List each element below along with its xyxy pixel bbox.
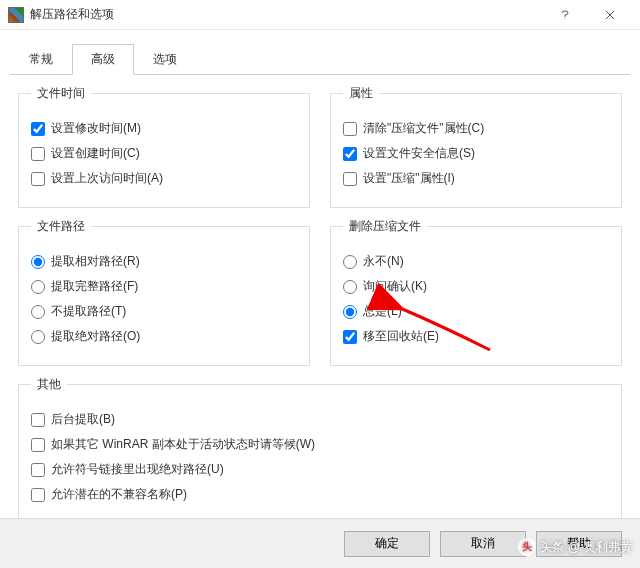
checkbox-wait-other[interactable]	[31, 438, 45, 452]
label-set-compressed-attr: 设置"压缩"属性(I)	[363, 170, 455, 187]
tab-general[interactable]: 常规	[10, 44, 72, 75]
app-icon	[8, 7, 24, 23]
label-wait-other: 如果其它 WinRAR 副本处于活动状态时请等候(W)	[51, 436, 315, 453]
cancel-button[interactable]: 取消	[440, 531, 526, 557]
close-button[interactable]	[587, 0, 632, 30]
group-other: 其他 后台提取(B) 如果其它 WinRAR 副本处于活动状态时请等候(W) 允…	[18, 376, 622, 524]
checkbox-set-compressed-attr[interactable]	[343, 172, 357, 186]
group-file-time: 文件时间 设置修改时间(M) 设置创建时间(C) 设置上次访问时间(A)	[18, 85, 310, 208]
radio-delete-never[interactable]	[343, 255, 357, 269]
legend-attributes: 属性	[343, 85, 379, 102]
label-background: 后台提取(B)	[51, 411, 115, 428]
legend-file-time: 文件时间	[31, 85, 91, 102]
watermark-icon: 头	[518, 538, 536, 556]
checkbox-move-to-recycle[interactable]	[343, 330, 357, 344]
radio-path-none[interactable]	[31, 305, 45, 319]
group-file-path: 文件路径 提取相对路径(R) 提取完整路径(F) 不提取路径(T) 提取绝对路径…	[18, 218, 310, 366]
label-set-create-time: 设置创建时间(C)	[51, 145, 140, 162]
label-path-none: 不提取路径(T)	[51, 303, 126, 320]
watermark: 头 头条 @ 奥利弗黄	[518, 538, 632, 556]
titlebar: 解压路径和选项	[0, 0, 640, 30]
radio-delete-ask[interactable]	[343, 280, 357, 294]
label-delete-ask: 询问确认(K)	[363, 278, 427, 295]
help-button[interactable]	[542, 0, 587, 30]
checkbox-set-modify-time[interactable]	[31, 122, 45, 136]
legend-delete-archive: 删除压缩文件	[343, 218, 427, 235]
label-set-security: 设置文件安全信息(S)	[363, 145, 475, 162]
label-set-modify-time: 设置修改时间(M)	[51, 120, 141, 137]
radio-path-full[interactable]	[31, 280, 45, 294]
radio-path-absolute[interactable]	[31, 330, 45, 344]
tab-advanced[interactable]: 高级	[72, 44, 134, 75]
label-path-absolute: 提取绝对路径(O)	[51, 328, 140, 345]
label-delete-always: 总是(L)	[363, 303, 402, 320]
label-path-relative: 提取相对路径(R)	[51, 253, 140, 270]
group-attributes: 属性 清除"压缩文件"属性(C) 设置文件安全信息(S) 设置"压缩"属性(I)	[330, 85, 622, 208]
tab-bar: 常规 高级 选项	[0, 44, 640, 75]
checkbox-set-security[interactable]	[343, 147, 357, 161]
ok-button[interactable]: 确定	[344, 531, 430, 557]
radio-path-relative[interactable]	[31, 255, 45, 269]
watermark-user: 奥利弗黄	[584, 539, 632, 556]
label-path-full: 提取完整路径(F)	[51, 278, 138, 295]
label-symlink-abs: 允许符号链接里出现绝对路径(U)	[51, 461, 224, 478]
legend-other: 其他	[31, 376, 67, 393]
watermark-prefix: 头条	[540, 539, 564, 556]
window-title: 解压路径和选项	[30, 6, 114, 23]
radio-delete-always[interactable]	[343, 305, 357, 319]
group-delete-archive: 删除压缩文件 永不(N) 询问确认(K) 总是(L) 移至回收站(E)	[330, 218, 622, 366]
checkbox-set-create-time[interactable]	[31, 147, 45, 161]
label-clear-archive-attr: 清除"压缩文件"属性(C)	[363, 120, 484, 137]
legend-file-path: 文件路径	[31, 218, 91, 235]
label-move-to-recycle: 移至回收站(E)	[363, 328, 439, 345]
tab-options[interactable]: 选项	[134, 44, 196, 75]
watermark-at: @	[568, 540, 580, 554]
checkbox-set-access-time[interactable]	[31, 172, 45, 186]
checkbox-symlink-abs[interactable]	[31, 463, 45, 477]
label-set-access-time: 设置上次访问时间(A)	[51, 170, 163, 187]
checkbox-clear-archive-attr[interactable]	[343, 122, 357, 136]
checkbox-background[interactable]	[31, 413, 45, 427]
label-incompat-names: 允许潜在的不兼容名称(P)	[51, 486, 187, 503]
label-delete-never: 永不(N)	[363, 253, 404, 270]
checkbox-incompat-names[interactable]	[31, 488, 45, 502]
